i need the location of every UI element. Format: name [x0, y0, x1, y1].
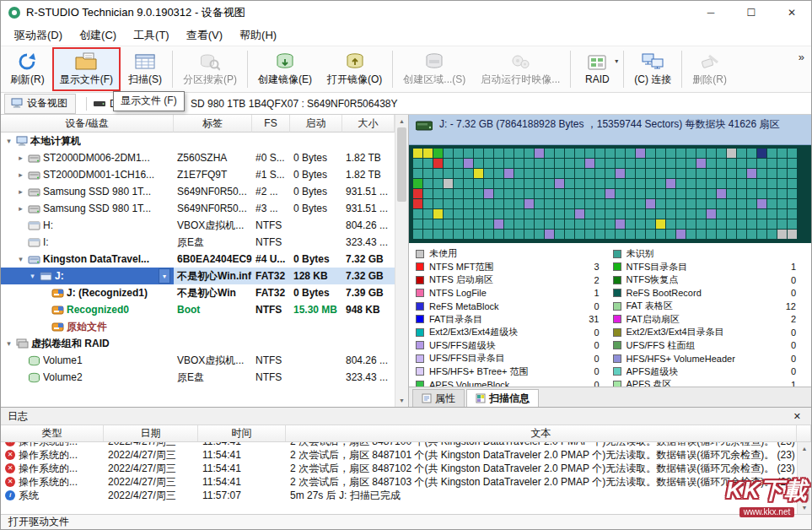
log-type-text: 操作系统的...: [19, 448, 78, 462]
log-row[interactable]: ✕操作系统的...2022/4/27/周三11:54:412 次尝试后，扇区 8…: [1, 475, 797, 489]
log-scrollbar-thumb[interactable]: [800, 479, 809, 501]
tree-scrollbar[interactable]: ▲ ▼: [395, 115, 409, 407]
tree-row[interactable]: ▸原始文件: [1, 318, 395, 335]
minimize-button[interactable]: ─: [705, 7, 717, 19]
scan-block: [636, 189, 645, 198]
scroll-down-icon[interactable]: ▼: [395, 394, 408, 407]
scan-block: [413, 159, 422, 168]
tree-row[interactable]: ▸Volume2原E盘NTFS323.43 ...: [1, 369, 395, 386]
runtime-image-button[interactable]: 启动运行时映像...: [473, 47, 567, 91]
tab-properties[interactable]: 属性: [412, 389, 465, 407]
scan-block: [413, 149, 422, 158]
tree-row[interactable]: ▸H:VBOX虚拟机...NTFS804.26 ...: [1, 217, 395, 234]
scan-block: [788, 230, 797, 239]
tab-scan-info[interactable]: 扫描信息: [466, 389, 539, 407]
toolbar-button-label: 打开镜像(O): [327, 73, 382, 87]
show-files-button[interactable]: 显示文件(F): [52, 47, 121, 91]
dropdown-arrow-icon[interactable]: ▾: [615, 57, 618, 65]
tree-column-header-4[interactable]: 启动: [290, 115, 342, 132]
expander-collapsed-icon[interactable]: ▸: [16, 149, 25, 166]
log-row[interactable]: ✕操作系统的...2022/4/27/周三11:54:412 次尝试后，扇区 8…: [1, 462, 797, 475]
tree-column-header-5[interactable]: 大小: [342, 115, 395, 132]
log-scrollbar[interactable]: ▲ ▼: [797, 442, 811, 514]
log-row[interactable]: i系统2022/4/27/周三11:57:075m 27s 后 J: 扫描已完成: [1, 489, 797, 502]
scan-block: [646, 179, 655, 188]
tree-row[interactable]: ▸Samsung SSD 980 1T...S649NF0R50...#2 ..…: [1, 183, 395, 200]
legend-item: ReFS MetaBlock0: [416, 300, 608, 313]
tree-row-fs: #0 S...: [252, 149, 290, 166]
refresh-button[interactable]: 刷新(R): [3, 47, 52, 91]
tree-row[interactable]: ▸Samsung SSD 980 1T...S649NF0R50...#3 ..…: [1, 200, 395, 217]
tree-row[interactable]: ▾Kingston DataTravel...6B0EA2404EC9#4 U.…: [1, 251, 395, 268]
scroll-up-icon[interactable]: ▲: [395, 115, 408, 127]
toolbar-overflow-button[interactable]: »: [793, 47, 809, 67]
tree-row[interactable]: ▸Recognized0BootNTFS15.30 MB948 KB: [1, 301, 395, 318]
scan-block: [717, 179, 726, 188]
scan-block: [616, 230, 625, 239]
partition-search-button[interactable]: 分区搜索(P): [175, 47, 245, 91]
tree-row[interactable]: ▾本地计算机: [1, 132, 395, 149]
scan-button[interactable]: 扫描(S): [121, 47, 169, 91]
legend-label: UFS/FFS超级块: [429, 339, 496, 352]
expander-expanded-icon[interactable]: ▾: [16, 251, 25, 268]
scrollbar-thumb[interactable]: [397, 127, 406, 202]
open-image-button[interactable]: 打开镜像(O): [320, 47, 390, 91]
expander-expanded-icon[interactable]: ▾: [4, 335, 13, 352]
expander-expanded-icon[interactable]: ▾: [4, 132, 13, 149]
device-info-text: SD 980 1TB 1B4QFX07 : S649NF0R506438Y: [191, 98, 397, 110]
scan-block: [504, 199, 514, 208]
expander-expanded-icon[interactable]: ▾: [28, 268, 37, 284]
expander-collapsed-icon[interactable]: ▸: [16, 183, 25, 200]
scan-block: [484, 159, 493, 168]
tree-row[interactable]: ▸J: (Recognized1)不是初心WinFAT320 Bytes7.39…: [1, 284, 395, 301]
tree-row[interactable]: ▾虚拟卷组和 RAID: [1, 335, 395, 352]
menu-item-5[interactable]: 帮助(H): [231, 25, 285, 46]
log-scroll-down-icon[interactable]: ▼: [798, 501, 811, 514]
log-column-header-2[interactable]: 日期: [104, 425, 198, 441]
log-column-header-4[interactable]: 文本: [286, 425, 797, 441]
tree-column-header-3[interactable]: FS: [252, 115, 290, 132]
scan-block: [777, 209, 787, 219]
tree-row[interactable]: ▾J:▾不是初心Win.infFAT32128 KB7.32 GB: [1, 268, 395, 284]
log-column-header-1[interactable]: 类型: [1, 425, 104, 441]
create-image-button[interactable]: 创建镜像(E): [250, 47, 320, 91]
toolbar-button-label: (C) 连接: [634, 73, 671, 87]
raid-button[interactable]: ▾RAID: [573, 47, 621, 91]
log-column-header-3[interactable]: 时间: [198, 425, 286, 441]
partition-search-icon: [200, 52, 220, 71]
toolbar-button-label: 显示文件(F): [60, 73, 113, 87]
expander-collapsed-icon[interactable]: ▸: [16, 200, 25, 217]
tab-device-view[interactable]: 设备视图: [4, 94, 76, 114]
scan-legend: 未使用NTFS MFT范围3NTFS 启动扇区2NTFS LogFile1ReF…: [409, 243, 811, 387]
log-scroll-up-icon[interactable]: ▲: [798, 442, 811, 455]
scan-block: [666, 230, 675, 239]
log-close-icon[interactable]: ✕: [790, 411, 804, 422]
tree-column-header-1[interactable]: 设备/磁盘: [1, 115, 174, 132]
tree-row[interactable]: ▸ST2000DM006-2DM1...Z560SZHA#0 S...0 Byt…: [1, 149, 395, 166]
tree-column-header-2[interactable]: 标签: [174, 115, 252, 132]
log-row[interactable]: ✕操作系统的...2022/4/27/周三11:54:412 次尝试后，扇区 8…: [1, 448, 797, 462]
delete-button[interactable]: 删除(R): [685, 47, 734, 91]
connect-button[interactable]: (C) 连接: [626, 47, 679, 91]
combo-dropdown-icon[interactable]: ▾: [159, 268, 170, 284]
tree-row[interactable]: ▸ST2000DM001-1CH16...Z1E7FQ9T#1 S...0 By…: [1, 166, 395, 183]
scan-block: [454, 219, 463, 229]
expander-collapsed-icon[interactable]: ▸: [16, 166, 25, 183]
menu-item-1[interactable]: 驱动器(D): [6, 25, 71, 46]
create-region-button[interactable]: 创建区域...(S): [395, 47, 473, 91]
tree-row[interactable]: ▸Volume1VBOX虚拟机...NTFS804.26 ...: [1, 352, 395, 369]
maximize-button[interactable]: ☐: [745, 7, 757, 19]
menu-item-2[interactable]: 创建(C): [71, 25, 125, 46]
toolbar-separator: [172, 51, 173, 88]
close-button[interactable]: ✕: [786, 7, 798, 19]
menu-item-4[interactable]: 查看(V): [178, 25, 231, 46]
tree-row[interactable]: ▸I:原E盘NTFS323.43 ...: [1, 234, 395, 251]
scan-block: [616, 149, 625, 158]
scan-block: [777, 199, 787, 208]
menu-item-3[interactable]: 工具(T): [125, 25, 178, 46]
scan-block: [585, 149, 594, 158]
log-row[interactable]: ✕操作系统的...2022/4/27/周三11:54:412 次尝试后，扇区 8…: [1, 442, 797, 448]
recognized-icon: [51, 305, 64, 316]
scan-block: [605, 159, 615, 168]
scan-block: [666, 149, 675, 158]
